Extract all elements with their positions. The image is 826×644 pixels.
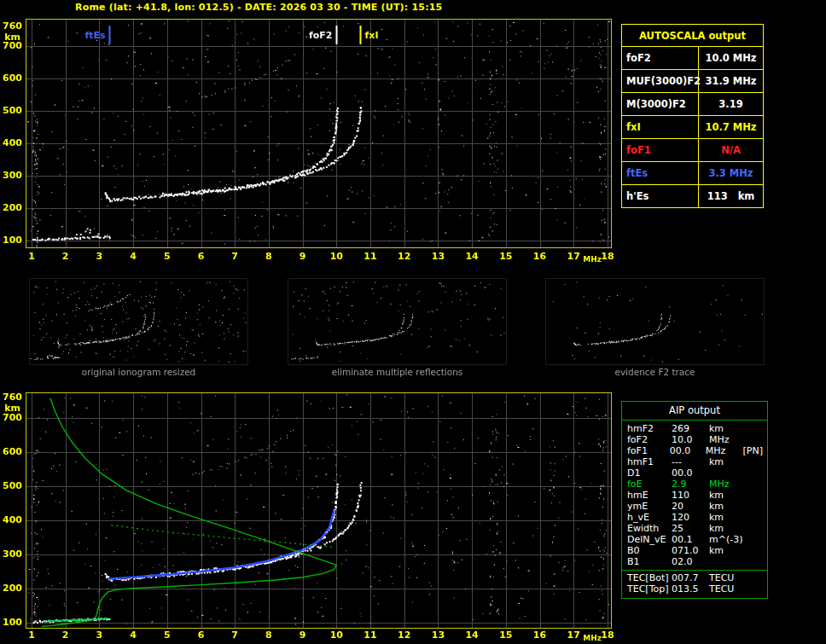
- aip-row: foE2.9MHz: [622, 479, 767, 490]
- aip-row: Ewidth25km: [622, 523, 767, 534]
- ionogram-bottom-canvas: [0, 389, 618, 644]
- autoscala-row: foF1N/A: [622, 139, 763, 162]
- param-name: hmF2: [622, 423, 672, 434]
- thumbnail-caption: eliminate multiple reflections: [288, 367, 506, 377]
- param-flag: [748, 501, 767, 512]
- aip-row: ymE20km: [622, 501, 767, 512]
- param-unit: m^(-3): [709, 534, 748, 545]
- param-value: 110: [672, 490, 709, 501]
- param-value: 007.7: [672, 572, 709, 583]
- aip-tec-divider: [622, 570, 767, 571]
- param-name: foF2: [622, 47, 699, 69]
- autoscala-table-body: foF210.0 MHzMUF(3000)F231.9 MHzM(3000)F2…: [622, 47, 763, 207]
- aip-row: hmF2269km: [622, 423, 767, 434]
- param-name: Ewidth: [622, 523, 672, 534]
- param-unit: km: [709, 490, 748, 501]
- page-title: Rome (lat: +41.8, lon: 012.5) - DATE: 20…: [75, 2, 442, 13]
- param-name: ymE: [622, 501, 672, 512]
- autoscala-row: foF210.0 MHz: [622, 47, 763, 70]
- aip-row: TEC[Bot]007.7TECU: [622, 572, 767, 583]
- param-unit: km: [709, 423, 748, 434]
- param-name: B0: [622, 545, 672, 556]
- autoscala-screen: Rome (lat: +41.8, lon: 012.5) - DATE: 20…: [0, 0, 826, 644]
- aip-row: DelN_vE00.1m^(-3): [622, 534, 767, 545]
- param-unit: MHz: [706, 445, 743, 456]
- param-value: 10.0: [672, 434, 709, 445]
- param-name: foE: [622, 479, 672, 490]
- param-flag: [748, 490, 767, 501]
- param-flag: [748, 556, 767, 567]
- param-value: 00.0: [672, 467, 709, 479]
- thumbnail-caption: original ionogram resized: [30, 367, 247, 377]
- param-value: 269: [672, 423, 709, 434]
- aip-row: TEC[Top]013.5TECU: [622, 583, 767, 595]
- param-value: 113 km: [699, 185, 763, 207]
- param-value: 31.9 MHz: [699, 70, 763, 92]
- param-name: D1: [622, 467, 672, 479]
- param-unit: [709, 467, 748, 479]
- param-value: 25: [672, 523, 709, 534]
- param-value: 013.5: [672, 583, 709, 595]
- thumbnail-original-ionogram: [30, 279, 247, 364]
- aip-row: foF210.0MHz: [622, 434, 767, 445]
- autoscala-row: M(3000)F23.19: [622, 93, 763, 116]
- param-name: ftEs: [622, 162, 699, 184]
- param-value: 120: [672, 512, 709, 523]
- aip-output-table: AIP output hmF2269kmfoF210.0MHzfoF100.0M…: [621, 401, 768, 599]
- param-unit: km: [709, 501, 748, 512]
- param-value: 02.0: [672, 556, 709, 567]
- param-value: 2.9: [672, 479, 709, 490]
- param-unit: MHz: [709, 434, 748, 445]
- aip-row: D100.0: [622, 467, 767, 479]
- autoscala-table-header: AUTOSCALA output: [622, 25, 763, 47]
- aip-row: B0071.0km: [622, 545, 767, 556]
- autoscala-row: fxI10.7 MHz: [622, 116, 763, 139]
- autoscala-row: ftEs3.3 MHz: [622, 162, 763, 185]
- param-name: h'Es: [622, 185, 699, 207]
- param-name: hmE: [622, 490, 672, 501]
- param-flag: [748, 572, 767, 583]
- aip-row: h_vE120km: [622, 512, 767, 523]
- param-flag: [748, 512, 767, 523]
- param-flag: [748, 534, 767, 545]
- param-unit: [709, 556, 748, 567]
- param-flag: [748, 434, 767, 445]
- aip-table-body: hmF2269kmfoF210.0MHzfoF100.0MHz[PN]hmF1-…: [622, 423, 767, 567]
- aip-row: B102.0: [622, 556, 767, 567]
- param-flag: [748, 423, 767, 434]
- autoscala-row: h'Es113 km: [622, 185, 763, 207]
- param-name: DelN_vE: [622, 534, 672, 545]
- param-flag: [PN]: [743, 445, 767, 456]
- param-unit: MHz: [709, 479, 748, 490]
- param-name: TEC[Top]: [622, 583, 672, 595]
- param-flag: [748, 467, 767, 479]
- aip-tec-body: TEC[Bot]007.7TECUTEC[Top]013.5TECU: [622, 572, 767, 595]
- param-value: 3.19: [699, 93, 763, 115]
- param-name: hmF1: [622, 456, 672, 467]
- param-value: 00.0: [670, 445, 706, 456]
- param-name: h_vE: [622, 512, 672, 523]
- param-value: 10.7 MHz: [699, 116, 763, 138]
- autoscala-output-table: AUTOSCALA output foF210.0 MHzMUF(3000)F2…: [621, 24, 764, 208]
- param-value: 20: [672, 501, 709, 512]
- thumbnail-eliminate-reflections: [288, 279, 506, 364]
- aip-row: hmF1---km: [622, 456, 767, 467]
- ionogram-top-canvas: [0, 15, 618, 268]
- param-flag: [748, 479, 767, 490]
- param-value: N/A: [699, 139, 763, 161]
- aip-row: foF100.0MHz[PN]: [622, 445, 767, 456]
- aip-table-header: AIP output: [622, 402, 767, 421]
- param-flag: [748, 545, 767, 556]
- param-unit: TECU: [709, 572, 748, 583]
- param-name: TEC[Bot]: [622, 572, 672, 583]
- param-flag: [748, 456, 767, 467]
- param-unit: TECU: [709, 583, 748, 595]
- param-name: foF1: [622, 139, 699, 161]
- param-name: fxI: [622, 116, 699, 138]
- autoscala-row: MUF(3000)F231.9 MHz: [622, 70, 763, 93]
- param-name: MUF(3000)F2: [622, 70, 699, 92]
- thumbnail-caption: evidence F2 trace: [546, 367, 764, 377]
- param-name: B1: [622, 556, 672, 567]
- param-name: M(3000)F2: [622, 93, 699, 115]
- param-name: foF1: [622, 445, 670, 456]
